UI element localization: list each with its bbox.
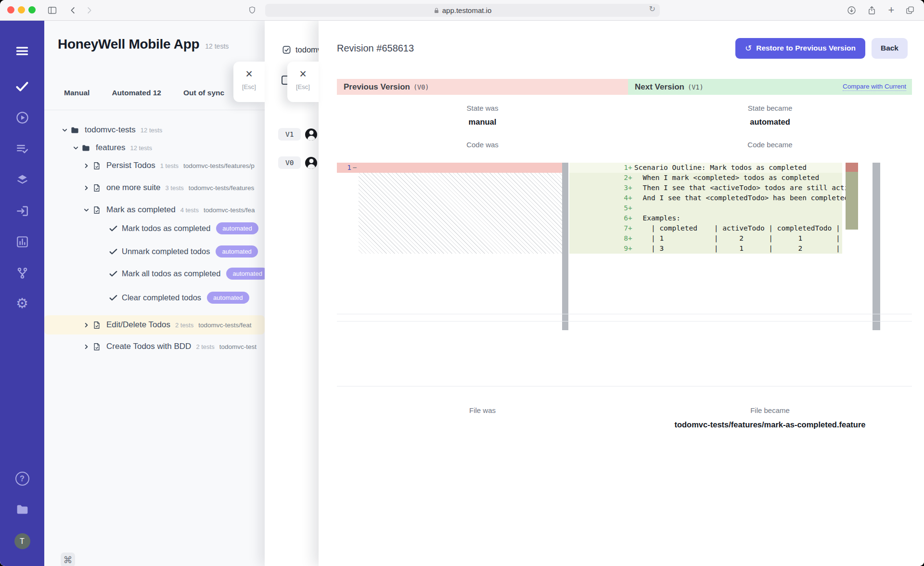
diff-added-line: 4+ And I see that <completedTodo> has be… — [569, 193, 842, 203]
chevron-right-icon[interactable] — [83, 322, 90, 328]
file-became-label: File became — [628, 405, 912, 416]
diff-added-block: 1+Scenario Outline: Mark todos as comple… — [569, 163, 842, 254]
profile-avatar[interactable]: T — [0, 533, 44, 549]
tree-item-label: todomvc-tests — [85, 125, 136, 135]
help-icon[interactable]: ? — [0, 472, 44, 486]
chevron-down-icon[interactable] — [83, 207, 90, 213]
tab-manual[interactable]: Manual — [64, 89, 90, 97]
new-tab-icon[interactable]: + — [886, 4, 897, 16]
tree-item-count: 12 tests — [141, 127, 163, 134]
esc-hint: [Esc] — [296, 83, 310, 90]
diff-line-text: Examples: — [634, 213, 680, 223]
close-panel-card-2[interactable]: × [Esc] — [287, 62, 319, 102]
back-button[interactable]: Back — [872, 38, 908, 59]
suite-detail-clip: todomvc-tests V1 V0 — [265, 20, 319, 566]
close-panel-card-1[interactable]: × [Esc] — [233, 62, 265, 102]
chevron-down-icon[interactable] — [72, 145, 79, 151]
diff-line-text: | 1 | 2 | 1 | — [634, 233, 840, 244]
diff-minimap — [846, 163, 858, 230]
close-icon[interactable]: × — [299, 68, 307, 80]
previous-version-header: Previous Version (V0) — [337, 79, 628, 95]
folder-icon — [81, 143, 90, 153]
revision-header: Revision #658613 ↺ Restore to Previous V… — [337, 38, 908, 59]
chevron-right-icon[interactable] — [83, 185, 90, 191]
next-code-scrollbar[interactable] — [873, 163, 880, 330]
suites-icon[interactable] — [0, 173, 44, 187]
analytics-icon[interactable] — [0, 235, 44, 249]
tree-item-label: Persist Todos — [106, 161, 155, 170]
reload-icon[interactable]: ↻ — [649, 4, 655, 13]
diff-removed-line-number: 1 — [337, 163, 351, 173]
forward-icon[interactable] — [83, 4, 95, 16]
tree-item-path: todomvc-tests/features/p — [183, 162, 255, 169]
keyboard-shortcuts-button[interactable]: ⌘ — [61, 553, 75, 566]
state-was-label: State was — [337, 103, 628, 114]
tab-out-of-sync[interactable]: Out of sync — [183, 89, 224, 97]
previous-code-scrollbar[interactable] — [562, 163, 568, 330]
privacy-shield-icon[interactable] — [246, 4, 258, 16]
version-badge[interactable]: V0 — [278, 156, 301, 169]
tree-suite-row[interactable]: todomvc-tests12 tests — [44, 123, 265, 137]
browser-window: app.testomat.io ↻ + — [0, 0, 924, 566]
chevron-right-icon[interactable] — [83, 344, 90, 350]
diff-line-number: 6 — [569, 213, 628, 223]
diff-line-text: Scenario Outline: Mark todos as complete… — [634, 163, 807, 173]
tree-suite-row[interactable]: Persist Todos1 teststodomvc-tests/featur… — [44, 158, 265, 173]
close-window-button[interactable] — [7, 6, 14, 13]
diff-line-number: 3 — [569, 183, 628, 193]
next-version-label: Next Version — [635, 82, 684, 92]
test-tree-panel: HoneyWell Mobile App 12 tests Manual Aut… — [44, 20, 265, 566]
import-icon[interactable] — [0, 204, 44, 218]
diff-removed-line: 1 − — [337, 163, 562, 173]
tests-icon[interactable] — [0, 79, 44, 93]
close-icon[interactable]: × — [245, 68, 253, 80]
tree-suite-row[interactable]: Mark as completed4 teststodomvc-tests/fe… — [44, 203, 265, 217]
diff-added-sign: + — [628, 163, 634, 173]
settings-icon[interactable]: ⚙ — [0, 296, 44, 310]
tree-item-label: Unmark completed todos — [122, 247, 210, 256]
diff-added-sign: + — [628, 183, 634, 193]
sidebar-toggle-icon[interactable] — [46, 4, 58, 16]
diff-added-sign: + — [628, 213, 634, 223]
tree-item-label: Mark as completed — [106, 205, 176, 215]
tree-suite-row[interactable]: features12 tests — [44, 141, 265, 155]
tree-suite-row[interactable]: Edit/Delete Todos2 teststodomvc-tests/fe… — [44, 315, 265, 334]
tree-test-row[interactable]: Unmark completed todosautomated — [44, 244, 265, 258]
compare-with-current-link[interactable]: Compare with Current — [843, 83, 906, 91]
chevron-down-icon[interactable] — [61, 127, 68, 133]
tree-test-row[interactable]: Clear completed todosautomated — [44, 290, 265, 305]
state-was-value: manual — [337, 116, 628, 128]
url-text: app.testomat.io — [442, 6, 492, 14]
tree-item-label: Mark all todos as completed — [122, 269, 220, 278]
next-version-header: Next Version (V1) Compare with Current — [628, 79, 912, 95]
tab-automated[interactable]: Automated 12 — [112, 89, 161, 97]
author-avatar-icon — [305, 157, 317, 169]
version-row-v1[interactable]: V1 — [278, 128, 317, 141]
minimize-window-button[interactable] — [18, 6, 25, 13]
folder-icon — [70, 126, 79, 135]
menu-icon[interactable] — [0, 44, 44, 58]
tree-item-count: 12 tests — [130, 144, 152, 152]
zoom-window-button[interactable] — [28, 6, 36, 13]
share-icon[interactable] — [866, 4, 877, 16]
tree-suite-row[interactable]: Create Todos with BDD2 teststodomvc-test — [44, 339, 265, 354]
back-icon[interactable] — [67, 4, 78, 16]
downloads-icon[interactable] — [846, 4, 857, 16]
restore-previous-version-button[interactable]: ↺ Restore to Previous Version — [735, 38, 865, 59]
projects-icon[interactable] — [0, 502, 44, 516]
tree-test-row[interactable]: Mark todos as completedautomated — [44, 221, 265, 235]
tree-item-count: 2 tests — [175, 322, 193, 329]
address-bar[interactable]: app.testomat.io ↻ — [265, 4, 660, 17]
version-row-v0[interactable]: V0 — [278, 156, 317, 169]
test-plans-icon[interactable] — [0, 142, 44, 156]
branches-icon[interactable] — [0, 266, 44, 280]
tree-tabs: Manual Automated 12 Out of sync — [64, 89, 224, 97]
version-badge[interactable]: V1 — [278, 128, 301, 141]
runs-icon[interactable] — [0, 111, 44, 125]
tab-overview-icon[interactable] — [904, 4, 916, 16]
tree-test-row[interactable]: Mark all todos as completedautomated — [44, 266, 265, 281]
lock-icon — [434, 7, 439, 14]
tree-suite-row[interactable]: one more suite3 teststodomvc-tests/featu… — [44, 180, 265, 195]
diff-added-line: 5+ — [569, 203, 842, 213]
chevron-right-icon[interactable] — [83, 163, 90, 169]
